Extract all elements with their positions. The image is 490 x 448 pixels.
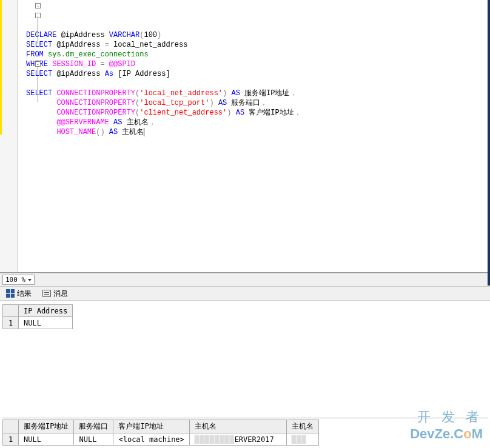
result-grid-2[interactable]: 服务端IP地址 服务端口 客户端IP地址 主机名 主机名 1 NULL NULL… (2, 420, 319, 446)
fold-column: --- (35, 0, 42, 272)
sql-editor-pane: --- DECLARE @ipAddress VARCHAR(100)SELEC… (0, 0, 490, 273)
fold-toggle-icon[interactable]: - (35, 13, 41, 18)
zoom-value: 100 % (5, 276, 25, 284)
column-header[interactable]: IP Address (19, 305, 73, 317)
code-line[interactable]: FROM sys.dm_exec_connections (26, 50, 490, 59)
column-header[interactable]: 服务端口 (74, 420, 113, 433)
column-header[interactable]: 主机名 (189, 420, 286, 433)
code-line[interactable]: CONNECTIONPROPERTY('client_net_address')… (26, 108, 490, 118)
code-editor[interactable]: --- DECLARE @ipAddress VARCHAR(100)SELEC… (18, 0, 490, 272)
cell[interactable]: NULL (19, 317, 73, 329)
zoom-dropdown[interactable]: 100 % (2, 275, 35, 285)
cell[interactable]: NULL (19, 433, 74, 446)
code-line[interactable]: DECLARE @ipAddress VARCHAR(100) (26, 30, 490, 40)
code-line[interactable]: @@SERVERNAME AS 主机名， (26, 118, 490, 127)
fold-guide (38, 18, 38, 44)
grid-corner (3, 305, 19, 317)
change-marker (0, 0, 2, 135)
column-header[interactable]: 主机名 (286, 420, 318, 433)
text-caret (144, 128, 144, 136)
code-line[interactable]: SELECT CONNECTIONPROPERTY('local_net_add… (26, 89, 490, 98)
grid-corner (3, 420, 19, 433)
tab-messages-label: 消息 (53, 289, 68, 299)
tab-results-label: 结果 (17, 289, 32, 299)
result-grid-1-wrap: IP Address 1 NULL (2, 304, 488, 329)
tab-results[interactable]: 结果 (4, 287, 34, 300)
cell[interactable]: <local machine> (113, 433, 189, 446)
results-grid-icon (6, 289, 15, 298)
table-row: 1 NULL NULL <local machine> ████████████… (3, 433, 319, 446)
column-header[interactable]: 客户端IP地址 (113, 420, 189, 433)
cell[interactable]: NULL (74, 433, 113, 446)
cell[interactable]: ██████ (286, 433, 318, 446)
code-line[interactable]: SELECT @ipAddress = local_net_address (26, 40, 490, 50)
fold-toggle-icon[interactable]: - (35, 61, 41, 67)
results-tabs: 结果 消息 (0, 286, 490, 301)
table-row: 1 NULL (3, 317, 73, 329)
right-border (488, 0, 490, 286)
column-header[interactable]: 服务端IP地址 (19, 420, 74, 433)
cell[interactable]: ██████████████ERVER2017ERVER2017 (189, 433, 286, 446)
zoom-bar: 100 % (0, 273, 490, 286)
fold-toggle-icon[interactable]: - (35, 3, 41, 8)
messages-icon (42, 290, 51, 297)
code-line[interactable]: WHERE SESSION_ID = @@SPID (26, 59, 490, 69)
code-line[interactable]: SELECT @ipAddress As [IP Address] (26, 69, 490, 79)
editor-gutter (0, 0, 18, 272)
results-body: IP Address 1 NULL 服务端IP地址 服务端口 客户端IP地址 主… (0, 301, 490, 448)
code-line[interactable]: CONNECTIONPROPERTY('local_tcp_port') AS … (26, 98, 490, 108)
tab-messages[interactable]: 消息 (40, 287, 70, 300)
code-line[interactable]: HOST_NAME() AS 主机名 (26, 127, 490, 137)
row-number[interactable]: 1 (3, 317, 19, 329)
code-line[interactable] (26, 79, 490, 89)
result-grid-1[interactable]: IP Address 1 NULL (2, 304, 73, 329)
row-number[interactable]: 1 (3, 433, 19, 446)
result-grid-2-wrap: 服务端IP地址 服务端口 客户端IP地址 主机名 主机名 1 NULL NULL… (2, 418, 488, 446)
chevron-down-icon (28, 279, 32, 281)
fold-guide (38, 67, 38, 102)
